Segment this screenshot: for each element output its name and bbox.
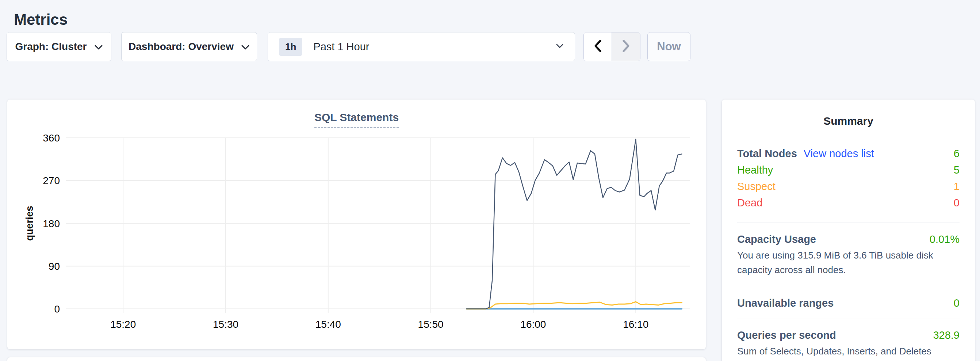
capacity-usage-description: You are using 315.9 MiB of 3.6 TiB usabl… (737, 248, 959, 277)
chevron-down-icon (556, 43, 564, 50)
sql-statements-chart-card: SQL Statements 09018027036015:2015:3015:… (7, 100, 706, 349)
summary-panel: Summary Total Nodes View nodes list 6 He… (722, 100, 975, 361)
svg-text:15:30: 15:30 (213, 319, 239, 330)
queries-per-second-value: 328.9 (933, 329, 959, 341)
svg-text:270: 270 (43, 175, 60, 186)
sql-statements-chart[interactable]: 09018027036015:2015:3015:4015:5016:0016:… (22, 131, 705, 342)
svg-text:90: 90 (49, 261, 60, 272)
next-chart-card-edge (7, 357, 706, 361)
svg-text:16:00: 16:00 (520, 319, 546, 330)
suspect-nodes-row: Suspect 1 (737, 180, 959, 197)
time-step-buttons (584, 32, 640, 61)
capacity-usage-row: Capacity Usage 0.01% (737, 233, 959, 245)
time-range-badge: 1h (279, 38, 302, 56)
queries-per-second-label: Queries per second (737, 329, 836, 341)
chevron-down-icon (94, 41, 103, 52)
previous-time-button[interactable] (584, 32, 612, 61)
svg-text:15:40: 15:40 (315, 319, 341, 330)
graph-dropdown-label: Graph: Cluster (15, 41, 86, 52)
unavailable-ranges-label: Unavailable ranges (737, 297, 834, 309)
dashboard-dropdown-label: Dashboard: Overview (129, 41, 234, 52)
chevron-right-icon (622, 40, 631, 54)
healthy-nodes-row: Healthy 5 (737, 164, 959, 180)
queries-per-second-row: Queries per second 328.9 (737, 329, 959, 341)
dead-label: Dead (737, 197, 762, 209)
dead-nodes-row: Dead 0 (737, 197, 959, 213)
next-time-button[interactable] (612, 32, 640, 61)
queries-per-second-description: Sum of Selects, Updates, Inserts, and De… (737, 344, 959, 361)
chevron-left-icon (593, 40, 602, 54)
now-button[interactable]: Now (648, 32, 690, 61)
yellow-series (467, 302, 682, 309)
navy-series (467, 139, 682, 309)
page-title: Metrics (14, 11, 68, 28)
unavailable-ranges-value: 0 (954, 297, 959, 309)
suspect-value: 1 (954, 180, 959, 193)
unavailable-ranges-row: Unavailable ranges 0 (737, 297, 959, 309)
time-range-selector[interactable]: 1h Past 1 Hour (268, 32, 575, 61)
healthy-label: Healthy (737, 164, 773, 176)
graph-dropdown[interactable]: Graph: Cluster (6, 32, 111, 61)
chevron-down-icon (241, 41, 250, 52)
healthy-value: 5 (954, 164, 959, 176)
capacity-usage-label: Capacity Usage (737, 233, 816, 245)
divider (737, 318, 959, 318)
svg-text:0: 0 (54, 303, 60, 315)
time-range-label: Past 1 Hour (313, 41, 369, 53)
svg-text:180: 180 (43, 218, 60, 230)
total-nodes-label: Total Nodes (737, 148, 797, 160)
total-nodes-row: Total Nodes View nodes list 6 (737, 148, 959, 164)
view-nodes-list-link[interactable]: View nodes list (803, 148, 874, 160)
chart-title[interactable]: SQL Statements (314, 111, 399, 128)
capacity-usage-value: 0.01% (930, 233, 959, 245)
svg-text:15:20: 15:20 (110, 319, 136, 330)
dead-value: 0 (954, 197, 959, 209)
svg-text:queries: queries (24, 206, 35, 241)
divider (737, 286, 959, 286)
total-nodes-value: 6 (954, 148, 959, 160)
dashboard-dropdown[interactable]: Dashboard: Overview (121, 32, 257, 61)
svg-text:15:50: 15:50 (418, 319, 444, 330)
summary-title: Summary (737, 115, 959, 127)
svg-text:360: 360 (43, 132, 60, 144)
svg-text:16:10: 16:10 (623, 319, 649, 330)
divider (737, 222, 959, 222)
suspect-label: Suspect (737, 180, 776, 193)
